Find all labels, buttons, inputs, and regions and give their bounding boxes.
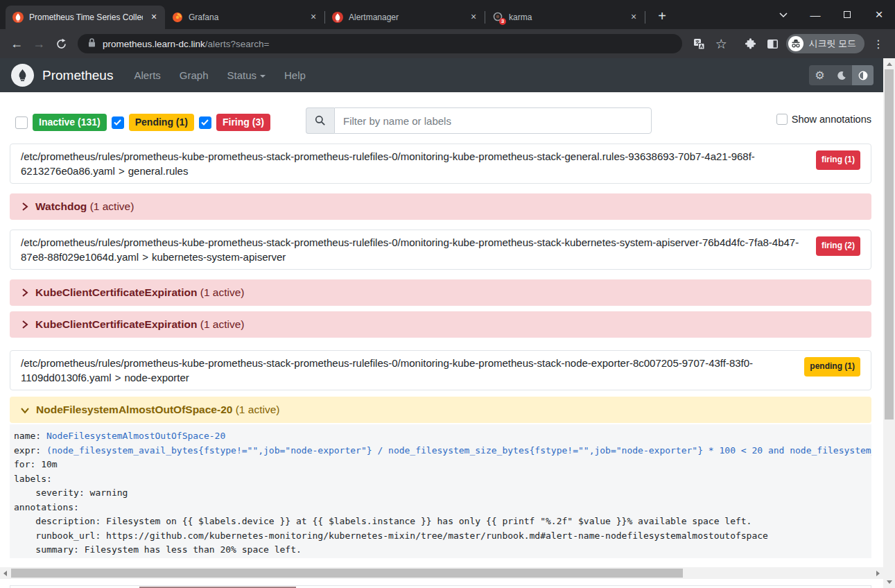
show-annotations-toggle[interactable]: Show annotations (776, 114, 871, 125)
rule-yaml-detail: name: NodeFilesystemAlmostOutOfSpace-20 … (10, 424, 871, 558)
yaml-key: labels: (14, 474, 52, 484)
rule-group-name: node-exporter (124, 372, 189, 383)
yaml-key: for: (14, 459, 41, 469)
tab-separator (645, 11, 645, 24)
vertical-scrollbar[interactable] (883, 58, 895, 588)
scroll-down-arrow-icon[interactable] (887, 580, 892, 584)
gear-icon: ⚙ (815, 69, 824, 82)
tab-title: Grafana (189, 12, 302, 22)
firing-filter-badge[interactable]: Firing (3) (216, 114, 270, 131)
alerts-page: Inactive (131) Pending (1) Firing (3) Sh… (0, 92, 895, 558)
extensions-puzzle-icon[interactable] (739, 33, 761, 55)
theme-toggle-group: ⚙ (809, 65, 874, 85)
translate-icon[interactable] (688, 33, 710, 55)
pending-filter-badge[interactable]: Pending (1) (129, 114, 194, 131)
yaml-value: NodeFilesystemAlmostOutOfSpace-20 (46, 431, 225, 441)
prometheus-favicon-icon (12, 12, 24, 23)
path-separator: > (142, 251, 148, 263)
alert-rule-name: NodeFilesystemAlmostOutOfSpace-20 (36, 404, 232, 415)
theme-auto-button[interactable] (852, 65, 874, 85)
tab-search-chevron-icon[interactable] (767, 4, 799, 25)
maximize-button[interactable] (831, 4, 863, 25)
prometheus-navbar: Prometheus Alerts Graph Status Help ⚙ (0, 58, 895, 92)
prometheus-logo[interactable] (11, 64, 34, 87)
search-input[interactable] (334, 107, 652, 134)
scroll-left-arrow-icon[interactable] (3, 571, 7, 576)
rule-group-name: kubernetes-system-apiserver (152, 251, 286, 263)
browser-menu-icon[interactable]: ⋮ (867, 33, 889, 55)
inactive-filter-badge[interactable]: Inactive (131) (33, 114, 107, 131)
scroll-right-arrow-icon[interactable] (876, 571, 880, 576)
alert-rule-name: Watchdog (35, 200, 87, 212)
tab-close-icon[interactable]: × (308, 12, 319, 23)
tab-close-icon[interactable]: × (628, 12, 639, 23)
rule-group-card: firing (1) /etc/prometheus/rules/prometh… (10, 144, 871, 184)
chevron-right-icon (20, 320, 29, 329)
yaml-value: Filesystem on {{ $labels.device }} at {{… (106, 516, 751, 526)
yaml-key: runbook_url: (14, 530, 106, 541)
filter-bar: Inactive (131) Pending (1) Firing (3) Sh… (10, 107, 871, 134)
theme-dark-button[interactable] (831, 65, 852, 85)
rule-group-name: general.rules (128, 165, 189, 177)
bookmark-star-icon[interactable]: ☆ (710, 33, 732, 55)
firing-checkbox[interactable] (199, 116, 211, 129)
alert-rule-watchdog[interactable]: Watchdog (1 active) (10, 193, 871, 220)
alert-rule-count: (1 active) (90, 200, 134, 212)
back-icon[interactable]: ← (6, 33, 28, 55)
karma-favicon-icon: 3 (492, 12, 503, 23)
close-window-button[interactable]: × (863, 4, 895, 25)
nav-link-status[interactable]: Status (227, 69, 266, 81)
rule-group-card: firing (2) /etc/prometheus/rules/prometh… (10, 230, 871, 270)
nav-link-alerts[interactable]: Alerts (134, 69, 160, 81)
tab-grafana[interactable]: Grafana × (165, 6, 324, 29)
side-panel-icon[interactable] (761, 33, 783, 55)
chevron-right-icon (20, 202, 29, 211)
alert-rule-name: KubeClientCertificateExpiration (35, 318, 197, 330)
chevron-down-icon (260, 75, 266, 78)
reload-icon[interactable] (50, 33, 72, 55)
tab-close-icon[interactable]: × (468, 12, 479, 23)
alert-rule-node-filesystem-almost-out-of-space[interactable]: NodeFilesystemAlmostOutOfSpace-20 (1 act… (10, 397, 871, 423)
minimize-button[interactable]: — (799, 4, 831, 25)
incognito-icon (788, 36, 803, 51)
pending-checkbox[interactable] (112, 116, 124, 129)
tab-close-icon[interactable]: × (148, 12, 159, 23)
rule-group-card: pending (1) /etc/prometheus/rules/promet… (10, 350, 871, 390)
nav-link-graph[interactable]: Graph (180, 69, 209, 81)
show-annotations-checkbox[interactable] (776, 114, 788, 125)
address-bar[interactable]: prometheus.learn-dc.link/alerts?search= (78, 34, 682, 53)
rule-file-path: /etc/prometheus/rules/prometheus-kube-pr… (21, 236, 799, 263)
tab-prometheus[interactable]: Prometheus Time Series Collecti × (6, 6, 165, 29)
search-group (306, 107, 652, 134)
incognito-profile-chip[interactable]: 시크릿 모드 (786, 34, 864, 53)
yaml-value: (node_filesystem_avail_bytes{fstype!="",… (46, 445, 871, 456)
horizontal-scrollbar[interactable] (0, 567, 883, 579)
scroll-up-arrow-icon[interactable] (887, 62, 892, 66)
new-tab-button[interactable]: + (654, 8, 670, 24)
status-badge: firing (2) (816, 236, 860, 256)
alert-rule-kube-client-certificate-expiration[interactable]: KubeClientCertificateExpiration (1 activ… (10, 311, 871, 338)
alert-rule-count: (1 active) (200, 286, 245, 298)
vertical-scroll-thumb[interactable] (885, 69, 894, 420)
yaml-key: summary: (14, 544, 85, 555)
tab-karma[interactable]: 3 karma × (485, 6, 645, 29)
brand-title[interactable]: Prometheus (42, 68, 113, 83)
path-separator: > (119, 165, 125, 177)
tab-alertmanager[interactable]: Alertmanager × (325, 6, 485, 29)
tab-title: karma (509, 12, 623, 22)
yaml-key: description: (14, 516, 106, 526)
lock-icon[interactable] (87, 37, 96, 50)
moon-icon (837, 71, 846, 80)
inactive-checkbox[interactable] (15, 116, 28, 129)
next-table-edge (10, 585, 871, 588)
tab-strip: Prometheus Time Series Collecti × Grafan… (0, 0, 895, 29)
theme-light-button[interactable]: ⚙ (809, 65, 831, 85)
status-badge: firing (1) (816, 150, 860, 170)
nav-link-help[interactable]: Help (284, 69, 306, 81)
contrast-half-icon (858, 71, 868, 80)
alert-rule-kube-client-certificate-expiration[interactable]: KubeClientCertificateExpiration (1 activ… (10, 279, 871, 306)
horizontal-scroll-thumb[interactable] (11, 569, 683, 578)
state-filters: Inactive (131) Pending (1) Firing (3) (15, 114, 270, 131)
forward-icon[interactable]: → (28, 33, 50, 55)
show-annotations-label: Show annotations (792, 114, 871, 125)
